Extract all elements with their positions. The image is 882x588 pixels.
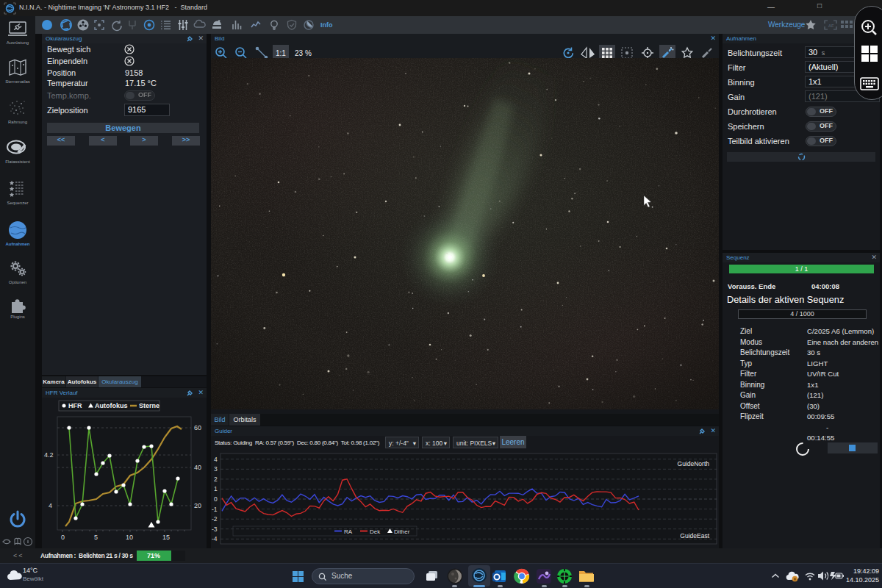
svg-text:Dither: Dither <box>394 528 410 535</box>
svg-text:20: 20 <box>194 502 201 509</box>
svg-text:GuideNorth: GuideNorth <box>678 460 710 467</box>
svg-text:23 %: 23 % <box>295 49 312 57</box>
svg-text:Autofokus: Autofokus <box>95 402 128 409</box>
svg-text:4: 4 <box>49 502 52 509</box>
svg-text:-2: -2 <box>212 515 218 523</box>
svg-text:3: 3 <box>214 465 218 473</box>
svg-text:0: 0 <box>61 534 65 541</box>
svg-text:0: 0 <box>214 495 218 503</box>
svg-text:Sterne: Sterne <box>139 402 159 409</box>
svg-text:RA: RA <box>344 528 353 535</box>
svg-text:5: 5 <box>94 534 98 541</box>
svg-text:15: 15 <box>162 534 170 541</box>
svg-text:-3: -3 <box>212 526 218 533</box>
svg-text:10: 10 <box>126 534 133 541</box>
svg-text:Dek: Dek <box>370 528 381 535</box>
svg-text:4.2: 4.2 <box>44 451 54 459</box>
svg-text:AF: AF <box>828 24 834 28</box>
svg-text:HFR: HFR <box>68 402 82 409</box>
svg-text:2: 2 <box>214 476 218 483</box>
svg-text:Info: Info <box>320 21 333 29</box>
svg-text:1:1: 1:1 <box>276 49 286 57</box>
svg-text:4: 4 <box>214 456 218 463</box>
svg-text:GuideEast: GuideEast <box>680 532 709 539</box>
svg-text:-1: -1 <box>212 506 218 513</box>
svg-text:1: 1 <box>214 485 218 492</box>
svg-text:-4: -4 <box>212 535 218 542</box>
svg-text:60: 60 <box>194 424 201 431</box>
svg-text:40: 40 <box>194 464 201 471</box>
